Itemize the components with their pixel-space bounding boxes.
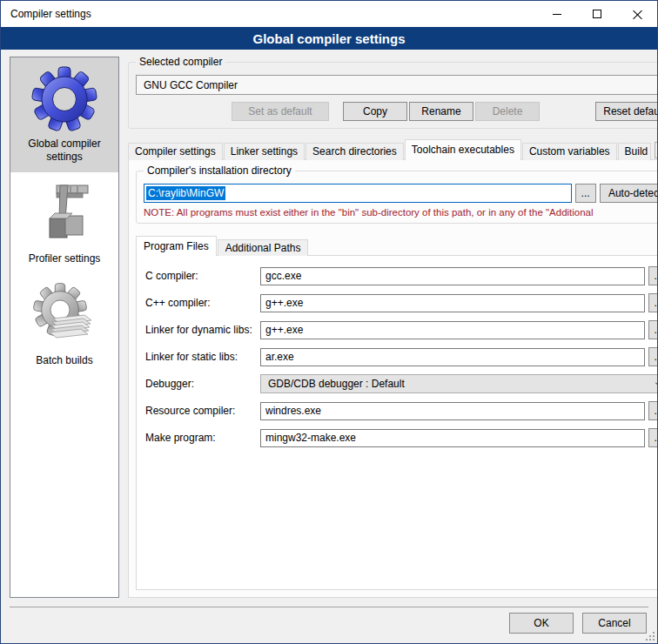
minimize-button[interactable] [537,1,577,27]
c-compiler-label: C compiler: [145,270,260,282]
dialog-footer: OK Cancel [10,607,648,643]
installation-directory-input[interactable]: C:\raylib\MinGW [144,184,572,203]
sidebar-item-profiler-settings[interactable]: Profiler settings [10,172,118,274]
tab-program-files[interactable]: Program Files [136,236,217,256]
delete-button[interactable]: Delete [475,102,540,121]
sidebar-item-global-compiler-settings[interactable]: Global compiler settings [10,57,118,172]
tab-scroll-arrows: ◀ ▶ [655,142,657,158]
sidebar-item-label: Global compiler settings [14,138,115,164]
toolchain-executables-panel: Compiler's installation directory C:\ray… [128,159,657,598]
settings-category-list: Global compiler settings [10,57,119,598]
make-program-label: Make program: [145,432,260,444]
tab-compiler-settings[interactable]: Compiler settings [128,143,223,160]
maximize-button[interactable] [577,1,617,27]
browse-directory-button[interactable]: ... [575,184,596,203]
tab-build-options[interactable]: Build options [618,143,651,160]
program-files-panel: C compiler: ... C++ compiler: ... [136,255,657,590]
tab-custom-variables[interactable]: Custom variables [522,143,617,160]
dynamic-linker-input[interactable] [260,321,645,339]
tab-linker-settings[interactable]: Linker settings [224,143,305,160]
close-icon [633,10,642,19]
compiler-select[interactable]: GNU GCC Compiler [136,75,657,95]
cpp-compiler-row: C++ compiler: ... [145,293,657,312]
cpp-compiler-label: C++ compiler: [145,297,260,309]
installation-directory-group-label: Compiler's installation directory [144,164,295,177]
debugger-select-value: GDB/CDB debugger : Default [268,378,655,390]
make-program-input[interactable] [260,429,645,447]
make-program-browse-button[interactable]: ... [648,428,657,447]
resource-compiler-row: Resource compiler: ... [145,401,657,420]
static-linker-browse-button[interactable]: ... [648,347,657,366]
debugger-select[interactable]: GDB/CDB debugger : Default [260,374,657,393]
static-linker-label: Linker for static libs: [145,351,260,363]
cpp-compiler-input[interactable] [260,294,645,312]
sidebar-item-label: Batch builds [14,354,115,367]
resource-compiler-browse-button[interactable]: ... [648,401,657,420]
gray-gear-stack-icon [14,282,115,350]
main-panel: Selected compiler GNU GCC Compiler Set a… [128,57,657,598]
static-linker-row: Linker for static libs: ... [145,347,657,366]
ok-button[interactable]: OK [509,613,574,634]
compiler-settings-dialog: Compiler settings Global compiler settin… [0,0,658,644]
close-button[interactable] [617,1,657,27]
resource-compiler-label: Resource compiler: [145,405,260,417]
cancel-button[interactable]: Cancel [582,613,647,634]
tab-scroll-left-button[interactable]: ◀ [655,142,657,158]
reset-defaults-button[interactable]: Reset defaults [595,102,657,121]
copy-button[interactable]: Copy [343,102,407,121]
tab-search-directories[interactable]: Search directories [306,143,404,160]
installation-directory-value: C:\raylib\MinGW [146,186,225,200]
installation-directory-row: C:\raylib\MinGW ... Auto-detect [144,184,657,203]
dynamic-linker-browse-button[interactable]: ... [648,320,657,339]
title-bar-spacer [91,1,537,27]
sidebar-item-batch-builds[interactable]: Batch builds [10,274,118,376]
installation-directory-group: Compiler's installation directory C:\ray… [136,171,657,224]
bin-subdirectory-note: NOTE: All programs must exist either in … [144,207,657,218]
chevron-down-icon [655,379,657,387]
set-as-default-button[interactable]: Set as default [232,102,329,121]
minimize-icon [553,14,561,15]
c-compiler-input[interactable] [260,267,645,285]
tab-toolchain-executables[interactable]: Toolchain executables [405,139,521,160]
dynamic-linker-row: Linker for dynamic libs: ... [145,320,657,339]
dialog-content: Global compiler settings [1,50,657,607]
program-files-tab-strip: Program Files Additional Paths [136,236,657,256]
resize-grip[interactable] [645,631,655,641]
auto-detect-button[interactable]: Auto-detect [600,184,657,203]
settings-tab-strip: Compiler settings Linker settings Search… [128,139,657,160]
page-title: Global compiler settings [1,27,657,50]
make-program-row: Make program: ... [145,428,657,447]
resource-compiler-input[interactable] [260,402,645,420]
compiler-select-value: GNU GCC Compiler [144,79,657,91]
cpp-compiler-browse-button[interactable]: ... [648,293,657,312]
blue-gear-icon [14,65,115,133]
debugger-row: Debugger: GDB/CDB debugger : Default [145,374,657,393]
selected-compiler-group-label: Selected compiler [136,56,225,68]
caliper-icon [14,180,115,248]
dynamic-linker-label: Linker for dynamic libs: [145,324,260,336]
maximize-icon [593,10,601,18]
title-bar: Compiler settings [1,1,657,27]
static-linker-input[interactable] [260,348,645,366]
sidebar-item-label: Profiler settings [14,252,115,265]
window-title: Compiler settings [1,8,91,20]
c-compiler-browse-button[interactable]: ... [648,266,657,285]
debugger-label: Debugger: [145,378,260,390]
tab-additional-paths[interactable]: Additional Paths [218,239,309,256]
rename-button[interactable]: Rename [409,102,473,121]
compiler-actions-row: Set as default Copy Rename Delete Reset … [136,102,657,121]
c-compiler-row: C compiler: ... [145,266,657,285]
selected-compiler-group: Selected compiler GNU GCC Compiler Set a… [128,62,657,129]
